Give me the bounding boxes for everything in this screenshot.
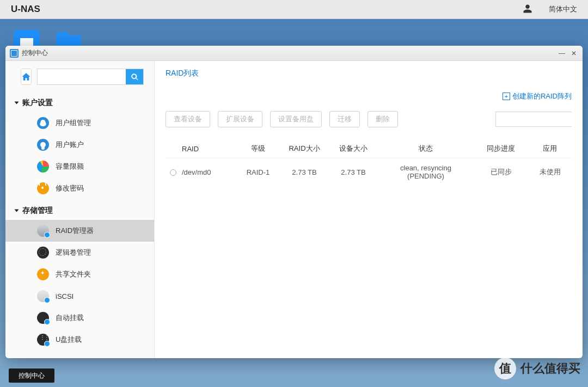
watermark: 值 什么值得买 <box>494 358 580 379</box>
sidebar-item-iscsi[interactable]: iSCSI <box>5 285 154 307</box>
lvm-icon <box>37 247 49 259</box>
raid-table: RAID 等级 RAID大小 设备大小 状态 同步进度 应用 /dev/md0 … <box>166 139 572 186</box>
sidebar-item-automount[interactable]: 自动挂载 <box>5 307 154 329</box>
sidebar-item-label: RAID管理器 <box>56 226 94 236</box>
group-storage[interactable]: 存储管理 <box>5 199 154 220</box>
automount-icon <box>37 312 49 324</box>
home-button[interactable] <box>21 69 32 85</box>
col-level: 等级 <box>236 139 280 158</box>
create-raid-link[interactable]: + 创建新的RAID阵列 <box>503 91 572 101</box>
page-title: RAID列表 <box>166 69 572 78</box>
view-device-button[interactable]: 查看设备 <box>166 111 210 127</box>
sidebar-item-password[interactable]: 修改密码 <box>5 177 154 199</box>
sidebar-item-label: 自动挂载 <box>56 313 84 323</box>
sidebar: 账户设置 用户组管理 用户账户 容量限额 修改密码 存储管理 <box>5 61 155 358</box>
migrate-button[interactable]: 迁移 <box>329 111 360 127</box>
sidebar-item-user[interactable]: 用户账户 <box>5 134 154 156</box>
raid-icon <box>37 225 49 237</box>
sidebar-item-label: iSCSI <box>56 292 74 300</box>
sidebar-search[interactable] <box>37 69 144 85</box>
group-account[interactable]: 账户设置 <box>5 91 154 112</box>
close-button[interactable]: ✕ <box>569 49 578 58</box>
col-devsize: 设备大小 <box>329 139 378 158</box>
topbar: U-NAS 简体中文 <box>0 0 588 19</box>
extend-device-button[interactable]: 扩展设备 <box>218 111 262 127</box>
watermark-text: 什么值得买 <box>520 360 580 377</box>
main-panel: RAID列表 + 创建新的RAID阵列 查看设备 扩展设备 设置备用盘 迁移 删… <box>155 61 583 358</box>
sidebar-item-label: 逻辑卷管理 <box>56 248 91 257</box>
taskbar-item[interactable]: 控制中心 <box>9 368 54 383</box>
sidebar-search-input[interactable] <box>38 69 126 84</box>
lock-icon <box>37 182 49 194</box>
window-icon <box>10 49 19 58</box>
quota-icon <box>37 161 49 173</box>
sidebar-item-label: 用户组管理 <box>56 118 91 128</box>
sidebar-item-label: 用户账户 <box>56 140 84 150</box>
sidebar-item-usergroup[interactable]: 用户组管理 <box>5 112 154 134</box>
control-center-window: 控制中心 — ✕ 账户设置 <box>5 46 583 358</box>
sidebar-item-usbmount[interactable]: U盘挂载 <box>5 329 154 351</box>
usergroup-icon <box>37 117 49 129</box>
user-icon[interactable] <box>523 4 532 15</box>
sidebar-item-label: 修改密码 <box>56 183 84 193</box>
plus-icon: + <box>503 93 510 100</box>
sidebar-item-quota[interactable]: 容量限额 <box>5 156 154 177</box>
toolbar: 查看设备 扩展设备 设置备用盘 迁移 删除 <box>166 111 572 127</box>
sidebar-item-label: 共享文件夹 <box>56 269 91 279</box>
col-status: 状态 <box>378 139 474 158</box>
col-raidsize: RAID大小 <box>280 139 329 158</box>
col-sync: 同步进度 <box>474 139 528 158</box>
user-icon <box>37 139 49 151</box>
sidebar-item-share[interactable]: 共享文件夹 <box>5 263 154 285</box>
sidebar-item-raid[interactable]: RAID管理器 <box>5 220 154 242</box>
titlebar[interactable]: 控制中心 — ✕ <box>5 46 583 61</box>
sidebar-search-button[interactable] <box>126 69 143 84</box>
delete-button[interactable]: 删除 <box>367 111 398 127</box>
main-search-input[interactable] <box>496 112 583 126</box>
row-select-radio[interactable] <box>170 169 176 176</box>
watermark-icon: 值 <box>494 358 516 379</box>
usb-icon <box>37 334 49 346</box>
main-search[interactable] <box>495 112 572 127</box>
chevron-down-icon <box>15 102 19 105</box>
set-spare-button[interactable]: 设置备用盘 <box>270 111 322 127</box>
sidebar-item-label: 容量限额 <box>56 162 84 171</box>
table-row[interactable]: /dev/md0 RAID-1 2.73 TB 2.73 TB clean, r… <box>166 158 572 186</box>
sidebar-item-lvm[interactable]: 逻辑卷管理 <box>5 242 154 263</box>
col-raid: RAID <box>166 139 236 158</box>
chevron-down-icon <box>15 210 19 212</box>
sidebar-item-label: U盘挂载 <box>56 335 82 345</box>
col-app: 应用 <box>528 139 572 158</box>
window-title: 控制中心 <box>22 48 48 58</box>
logo: U-NAS <box>11 4 40 15</box>
table-header-row: RAID 等级 RAID大小 设备大小 状态 同步进度 应用 <box>166 139 572 158</box>
iscsi-icon <box>37 290 49 302</box>
minimize-button[interactable]: — <box>558 49 566 58</box>
language-switch[interactable]: 简体中文 <box>549 4 577 14</box>
share-icon <box>37 268 49 280</box>
